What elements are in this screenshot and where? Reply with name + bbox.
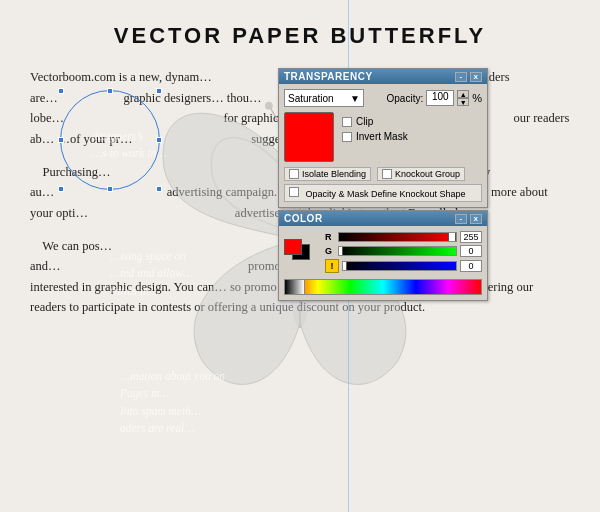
clip-area: Clip Invert Mask (342, 116, 408, 162)
opacity-input[interactable]: 100 (426, 90, 454, 106)
b-value[interactable]: 0 (460, 260, 482, 272)
blue-slider-thumb[interactable] (342, 261, 347, 271)
panels-area: TRANSPARENCY - x Saturation ▼ Opacity: 1… (278, 68, 488, 303)
red-slider-row: R 255 (325, 231, 482, 243)
transparency-preview-swatch (284, 112, 334, 162)
warning-icon: ! (325, 259, 339, 273)
opacity-up-arrow[interactable]: ▲ (457, 90, 469, 98)
page-title: VECTOR PAPER BUTTERFLY (30, 18, 570, 53)
blend-mode-value: Saturation (288, 93, 334, 104)
opacity-arrows: ▲ ▼ (457, 90, 469, 106)
opacity-mask-checkbox (289, 187, 299, 197)
transparency-body: Saturation ▼ Opacity: 100 ▲ ▼ % (279, 84, 487, 207)
color-sliders: R 255 G 0 (325, 231, 482, 275)
preview-row: Clip Invert Mask (284, 112, 482, 162)
transparency-title: TRANSPARENCY (284, 71, 373, 82)
opacity-label: Opacity: (387, 93, 424, 104)
isolate-label: Isolate Blending (302, 169, 366, 179)
titlebar-controls: - x (455, 72, 482, 82)
color-panel: COLOR - x R (278, 210, 488, 301)
color-swatches-row: R 255 G 0 (284, 231, 482, 275)
transparency-controls-row: Saturation ▼ Opacity: 100 ▲ ▼ % (284, 89, 482, 107)
color-close-btn[interactable]: x (470, 214, 482, 224)
green-slider-thumb[interactable] (338, 246, 343, 256)
transparency-titlebar: TRANSPARENCY - x (279, 69, 487, 84)
foreground-swatch[interactable] (284, 239, 302, 255)
color-spectrum[interactable] (284, 279, 482, 295)
r-label: R (325, 232, 335, 242)
isolate-blending-btn[interactable]: Isolate Blending (284, 167, 371, 181)
opacity-percent: % (472, 92, 482, 104)
clip-checkbox[interactable] (342, 117, 352, 127)
transparency-panel: TRANSPARENCY - x Saturation ▼ Opacity: 1… (278, 68, 488, 208)
transparency-collapse-btn[interactable]: - (455, 72, 467, 82)
knockout-checkbox (382, 169, 392, 179)
blue-slider[interactable] (342, 261, 457, 271)
opacity-mask-label: Opacity & Mask Define Knockout Shape (306, 189, 466, 199)
opacity-down-arrow[interactable]: ▼ (457, 98, 469, 106)
green-slider[interactable] (338, 246, 457, 256)
r-value[interactable]: 255 (460, 231, 482, 243)
color-body: R 255 G 0 (279, 226, 487, 300)
isolate-row: Isolate Blending Knockout Group (284, 167, 482, 181)
blend-mode-dropdown[interactable]: Saturation ▼ (284, 89, 364, 107)
g-value[interactable]: 0 (460, 245, 482, 257)
opacity-area: Opacity: 100 ▲ ▼ % (387, 90, 482, 106)
red-slider[interactable] (338, 232, 457, 242)
swatch-pair (284, 239, 316, 267)
knockout-group-btn[interactable]: Knockout Group (377, 167, 465, 181)
color-collapse-btn[interactable]: - (455, 214, 467, 224)
g-label: G (325, 246, 335, 256)
invert-mask-checkbox[interactable] (342, 132, 352, 142)
color-title: COLOR (284, 213, 323, 224)
knockout-label: Knockout Group (395, 169, 460, 179)
invert-mask-label: Invert Mask (356, 131, 408, 142)
opacity-mask-row[interactable]: Opacity & Mask Define Knockout Shape (284, 184, 482, 202)
color-titlebar-controls: - x (455, 214, 482, 224)
blue-slider-row: ! 0 (325, 259, 482, 273)
isolate-checkbox (289, 169, 299, 179)
spectrum-bw (285, 280, 305, 294)
green-slider-row: G 0 (325, 245, 482, 257)
clip-row: Clip (342, 116, 408, 127)
color-titlebar: COLOR - x (279, 211, 487, 226)
red-slider-thumb[interactable] (448, 232, 456, 242)
invert-mask-row: Invert Mask (342, 131, 408, 142)
dropdown-arrow-icon: ▼ (350, 93, 360, 104)
clip-label: Clip (356, 116, 373, 127)
transparency-close-btn[interactable]: x (470, 72, 482, 82)
